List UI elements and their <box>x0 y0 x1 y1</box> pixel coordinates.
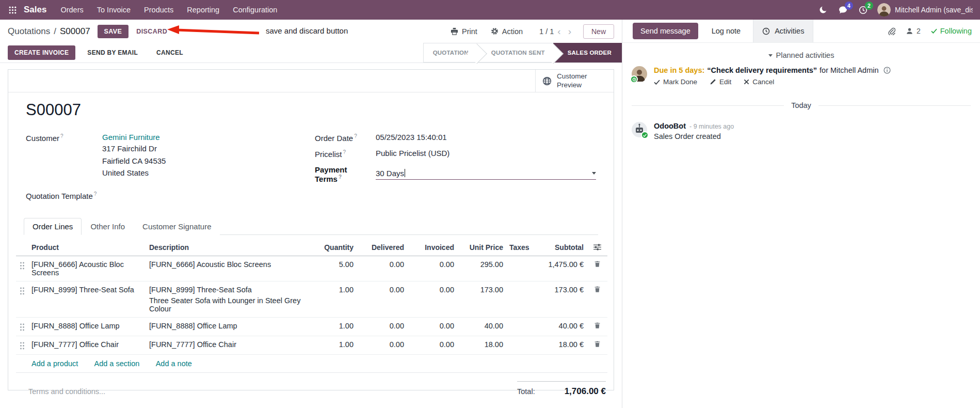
cell-product[interactable]: [FURN_8999] Three-Seat Sofa <box>28 281 146 317</box>
cancel-button[interactable]: CANCEL <box>150 45 190 60</box>
col-unit-price: Unit Price <box>457 239 506 256</box>
handle-column-header <box>16 239 28 256</box>
cell-quantity[interactable]: 1.00 <box>311 317 357 336</box>
add-product-link[interactable]: Add a product <box>31 359 78 368</box>
tab-other-info[interactable]: Other Info <box>82 218 134 235</box>
menu-orders[interactable]: Orders <box>54 0 90 20</box>
pager-next-button[interactable]: › <box>565 26 575 36</box>
customer-link[interactable]: Gemini Furniture <box>102 133 160 142</box>
planned-activities-toggle[interactable]: Planned activities <box>622 51 980 59</box>
tab-customer-signature[interactable]: Customer Signature <box>134 218 220 235</box>
cell-quantity[interactable]: 1.00 <box>311 336 357 354</box>
drag-handle-icon[interactable] <box>20 260 25 270</box>
messages-menu-button[interactable]: 4 <box>833 0 853 20</box>
create-invoice-button[interactable]: CREATE INVOICE <box>8 45 75 60</box>
menu-products[interactable]: Products <box>137 0 180 20</box>
cell-unit-price[interactable]: 173.00 <box>457 281 506 317</box>
cell-taxes[interactable] <box>506 317 540 336</box>
info-icon <box>883 67 891 74</box>
apps-menu-button[interactable] <box>4 0 21 20</box>
optional-columns-button[interactable] <box>593 244 601 250</box>
order-line-row: [FURN_7777] Office Chair [FURN_7777] Off… <box>16 336 607 354</box>
cell-delivered[interactable]: 0.00 <box>357 317 407 336</box>
pager-previous-button[interactable]: ‹ <box>554 26 564 36</box>
new-button[interactable]: New <box>583 24 614 39</box>
table-header-row: Product Description Quantity Delivered I… <box>16 239 607 256</box>
cell-quantity[interactable]: 5.00 <box>311 256 357 281</box>
menu-reporting[interactable]: Reporting <box>180 0 226 20</box>
followers-icon <box>906 27 913 35</box>
cell-unit-price[interactable]: 18.00 <box>457 336 506 354</box>
order-date-field[interactable]: 05/25/2023 15:40:01 <box>376 133 447 143</box>
main-column: Quotations / S00007 SAVE DISCARD save an… <box>0 20 622 408</box>
activity-info-button[interactable] <box>883 67 891 74</box>
save-button[interactable]: SAVE <box>98 25 129 38</box>
annotation-arrow <box>166 24 262 40</box>
menu-to-invoice[interactable]: To Invoice <box>90 0 137 20</box>
activities-tab[interactable]: Activities <box>753 20 813 42</box>
customer-preview-button[interactable]: Customer Preview <box>535 70 614 92</box>
stage-quotation-sent[interactable]: QUOTATION SENT <box>477 43 553 62</box>
cell-product[interactable]: [FURN_6666] Acoustic Bloc Screens <box>28 256 146 281</box>
delete-line-button[interactable] <box>594 260 601 268</box>
cell-description[interactable]: [FURN_8999] Three-Seat Sofa Three Seater… <box>146 281 311 317</box>
messages-counter-badge: 4 <box>845 2 853 10</box>
app-name[interactable]: Sales <box>24 5 46 15</box>
add-section-link[interactable]: Add a section <box>94 359 140 368</box>
cell-unit-price[interactable]: 40.00 <box>457 317 506 336</box>
dark-mode-toggle-button[interactable] <box>813 0 833 20</box>
cell-invoiced[interactable]: 0.00 <box>407 317 457 336</box>
drag-handle-icon[interactable] <box>20 322 25 332</box>
add-note-link[interactable]: Add a note <box>156 359 192 368</box>
attach-files-button[interactable] <box>887 27 895 35</box>
menu-configuration[interactable]: Configuration <box>226 0 284 20</box>
activities-menu-button[interactable]: 2 <box>853 0 873 20</box>
tab-order-lines[interactable]: Order Lines <box>24 218 82 235</box>
cell-quantity[interactable]: 1.00 <box>311 281 357 317</box>
terms-placeholder[interactable]: Terms and conditions... <box>28 381 105 396</box>
cell-invoiced[interactable]: 0.00 <box>407 336 457 354</box>
breadcrumb-quotations[interactable]: Quotations <box>8 26 50 37</box>
cell-description[interactable]: [FURN_8888] Office Lamp <box>146 317 311 336</box>
quotation-template-field[interactable] <box>102 191 315 200</box>
cell-taxes[interactable] <box>506 256 540 281</box>
followers-button[interactable]: 2 <box>906 27 921 35</box>
stage-sales-order[interactable]: SALES ORDER <box>553 43 622 62</box>
close-icon <box>744 79 749 85</box>
mark-done-button[interactable]: Mark Done <box>654 78 697 86</box>
user-name: Mitchell Admin (save_discar <box>895 6 973 14</box>
delete-line-button[interactable] <box>594 340 601 348</box>
user-menu-button[interactable]: Mitchell Admin (save_discar <box>877 3 973 17</box>
cell-invoiced[interactable]: 0.00 <box>407 281 457 317</box>
payment-terms-row: Payment Terms? 30 Days <box>315 165 596 183</box>
cell-unit-price[interactable]: 295.00 <box>457 256 506 281</box>
cell-taxes[interactable] <box>506 281 540 317</box>
edit-activity-button[interactable]: Edit <box>710 78 731 86</box>
delete-line-button[interactable] <box>594 286 601 293</box>
cell-delivered[interactable]: 0.00 <box>357 281 407 317</box>
following-button[interactable]: Following <box>931 27 972 35</box>
cell-product[interactable]: [FURN_8888] Office Lamp <box>28 317 146 336</box>
delete-line-button[interactable] <box>594 322 601 329</box>
cell-description[interactable]: [FURN_6666] Acoustic Bloc Screens <box>146 256 311 281</box>
cell-description[interactable]: [FURN_7777] Office Chair <box>146 336 311 354</box>
cell-delivered[interactable]: 0.00 <box>357 336 407 354</box>
cell-taxes[interactable] <box>506 336 540 354</box>
stage-quotation[interactable]: QUOTATION <box>423 43 477 62</box>
log-note-button[interactable]: Log note <box>709 23 744 39</box>
payment-terms-label: Payment Terms? <box>315 165 376 183</box>
cell-delivered[interactable]: 0.00 <box>357 256 407 281</box>
send-message-button[interactable]: Send message <box>633 23 698 39</box>
cell-invoiced[interactable]: 0.00 <box>407 256 457 281</box>
pricelist-field[interactable]: Public Pricelist (USD) <box>376 149 449 159</box>
print-button[interactable]: Print <box>451 27 477 36</box>
description-line-2: Three Seater Sofa with Lounger in Steel … <box>149 296 308 313</box>
drag-handle-icon[interactable] <box>20 286 25 295</box>
action-button[interactable]: Action <box>491 27 523 36</box>
payment-terms-field[interactable]: 30 Days <box>376 169 596 180</box>
drag-handle-icon[interactable] <box>20 340 25 350</box>
cancel-activity-button[interactable]: Cancel <box>744 78 774 86</box>
caret-down-icon[interactable] <box>592 172 596 175</box>
send-by-email-button[interactable]: SEND BY EMAIL <box>81 45 144 60</box>
cell-product[interactable]: [FURN_7777] Office Chair <box>28 336 146 354</box>
